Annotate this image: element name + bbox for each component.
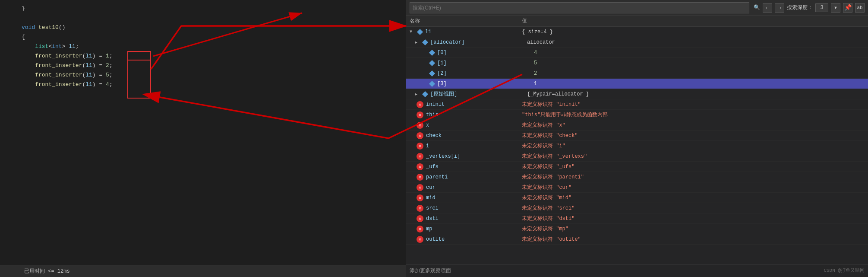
error-icon: ✕: [417, 122, 423, 129]
error-icon: ✕: [417, 153, 423, 160]
watch-row-mid[interactable]: ✕ mid 未定义标识符 "mid": [406, 193, 868, 203]
var-name: ininit: [426, 102, 445, 108]
code-text: [22, 15, 406, 21]
code-line: {: [0, 32, 406, 41]
code-line: front_inserter(l1) = 1;: [0, 51, 406, 60]
diamond-icon: [429, 60, 436, 67]
diamond-icon: [422, 39, 429, 46]
nav-back-button[interactable]: ←: [763, 3, 772, 13]
error-icon: ✕: [417, 226, 423, 232]
var-name: check: [426, 133, 442, 139]
add-more[interactable]: 添加更多观察项面: [406, 264, 868, 277]
watch-row-this[interactable]: ✕ this "this"只能用于非静态成员函数内部: [406, 110, 868, 120]
watch-row-ininit[interactable]: ✕ ininit 未定义标识符 "ininit": [406, 99, 868, 110]
search-input[interactable]: [413, 5, 746, 11]
code-text: }: [22, 5, 406, 12]
row-value-dsti: 未定义标识符 "dsti": [522, 215, 865, 222]
col-name-header: 名称: [410, 17, 522, 25]
search-input-wrapper[interactable]: [410, 2, 749, 13]
watch-row-i[interactable]: ✕ i 未定义标识符 "i": [406, 141, 868, 151]
search-icon: 🔍: [754, 4, 760, 11]
error-icon: ✕: [417, 163, 423, 170]
diamond-icon: [429, 80, 436, 87]
row-value-2: 2: [534, 70, 865, 76]
row-value-1: 5: [534, 60, 865, 66]
watch-row-l1[interactable]: ▼ l1 { size=4 }: [406, 27, 868, 37]
watch-row-0[interactable]: [0] 4: [406, 48, 868, 58]
watch-row-cur[interactable]: ✕ cur 未定义标识符 "cur": [406, 182, 868, 193]
var-name: x: [426, 122, 429, 128]
pin-button[interactable]: 📌: [843, 3, 852, 13]
row-value-cur: 未定义标识符 "cur": [522, 184, 865, 191]
depth-value[interactable]: 3: [815, 3, 828, 12]
error-icon: ✕: [417, 111, 423, 118]
code-line: }: [0, 3, 406, 13]
add-more-label: 添加更多观察项面: [410, 268, 451, 274]
watch-table: ▼ l1 { size=4 } ▶ [allocator] allocator …: [406, 27, 868, 264]
expand-arrow[interactable]: ▼: [410, 29, 415, 34]
regex-button[interactable]: ab: [855, 3, 865, 13]
row-value-i: 未定义标识符 "i": [522, 142, 865, 150]
watch-row-dsti[interactable]: ✕ dsti 未定义标识符 "dsti": [406, 213, 868, 224]
var-name: dsti: [426, 216, 439, 222]
code-text: front_inserter(l1) = 2;: [22, 62, 406, 69]
row-name-parenti: ✕ parenti: [410, 174, 522, 181]
watch-row-3[interactable]: [3] 1: [406, 79, 868, 89]
var-name: l1: [425, 29, 431, 35]
nav-forward-button[interactable]: →: [775, 3, 784, 13]
row-name-check: ✕ check: [410, 132, 522, 139]
error-icon: ✕: [417, 194, 423, 201]
row-name-3: [3]: [422, 80, 534, 87]
var-name: [2]: [437, 70, 447, 76]
row-value-l1: { size=4 }: [522, 29, 865, 35]
search-bar: 🔍 ← → 搜索深度： 3 ▾ 📌 ab: [406, 0, 868, 16]
expand-arrow[interactable]: ▶: [415, 40, 420, 45]
watch-row-ufs[interactable]: ✕ _ufs 未定义标识符 "_ufs": [406, 162, 868, 172]
watch-row-check[interactable]: ✕ check 未定义标识符 "check": [406, 131, 868, 141]
var-name: cur: [426, 185, 436, 191]
var-name: i: [426, 143, 429, 149]
watch-row-srci[interactable]: ✕ srci 未定义标识符 "srci": [406, 203, 868, 213]
row-name-vertexs: ✕ _vertexs[i]: [410, 153, 522, 160]
code-content: } void test10() { list<int> l1; front_in…: [0, 0, 406, 111]
expand-arrow[interactable]: ▶: [415, 92, 420, 97]
watch-row-parenti[interactable]: ✕ parenti 未定义标识符 "parenti": [406, 172, 868, 182]
watch-row-2[interactable]: [2] 2: [406, 68, 868, 79]
depth-dropdown[interactable]: ▾: [831, 3, 840, 13]
watch-row-x[interactable]: ✕ x 未定义标识符 "x": [406, 120, 868, 131]
error-icon: ✕: [417, 205, 423, 212]
var-name: parenti: [426, 174, 448, 180]
code-line: void test10(): [0, 22, 406, 32]
code-text: [22, 91, 406, 97]
var-name: mid: [426, 195, 436, 201]
watch-row-vertexs[interactable]: ✕ _vertexs[i] 未定义标识符 "_vertexs": [406, 151, 868, 162]
watch-row-1[interactable]: [1] 5: [406, 58, 868, 68]
code-line: front_inserter(l1) = 4;: [0, 80, 406, 89]
error-icon: ✕: [417, 236, 423, 243]
code-line: front_inserter(l1) = 2;: [0, 60, 406, 70]
row-name-2: [2]: [422, 70, 534, 77]
watch-header: 名称 值: [406, 16, 868, 27]
code-text: front_inserter(l1) = 1;: [22, 53, 406, 59]
row-name-original: ▶ [原始视图]: [415, 90, 527, 98]
var-name: mp: [426, 226, 432, 232]
watch-row-allocator[interactable]: ▶ [allocator] allocator: [406, 37, 868, 48]
row-value-srci: 未定义标识符 "srci": [522, 204, 865, 212]
var-name: [1]: [437, 60, 447, 66]
watch-row-mp[interactable]: ✕ mp 未定义标识符 "mp": [406, 224, 868, 234]
watch-row-original[interactable]: ▶ [原始视图] {_Mypair=allocator }: [406, 89, 868, 99]
code-text: front_inserter(l1) = 5;: [22, 72, 406, 78]
right-panel: 🔍 ← → 搜索深度： 3 ▾ 📌 ab 名称 值 ▼ l1 { size=4 …: [406, 0, 868, 277]
code-line: [0, 89, 406, 99]
row-value-ininit: 未定义标识符 "ininit": [522, 101, 865, 108]
row-name-ufs: ✕ _ufs: [410, 163, 522, 170]
row-value-ufs: 未定义标识符 "_ufs": [522, 163, 865, 170]
var-name: [原始视图]: [430, 90, 457, 98]
watch-row-outite[interactable]: ✕ outite 未定义标识符 "outite": [406, 234, 868, 245]
row-name-dsti: ✕ dsti: [410, 215, 522, 222]
code-line: front_inserter(l1) = 5;: [0, 70, 406, 80]
code-line: [0, 99, 406, 108]
code-text: [22, 100, 406, 107]
status-bar: 已用时间 <= 12ms: [0, 265, 406, 277]
var-name: [3]: [437, 81, 447, 87]
